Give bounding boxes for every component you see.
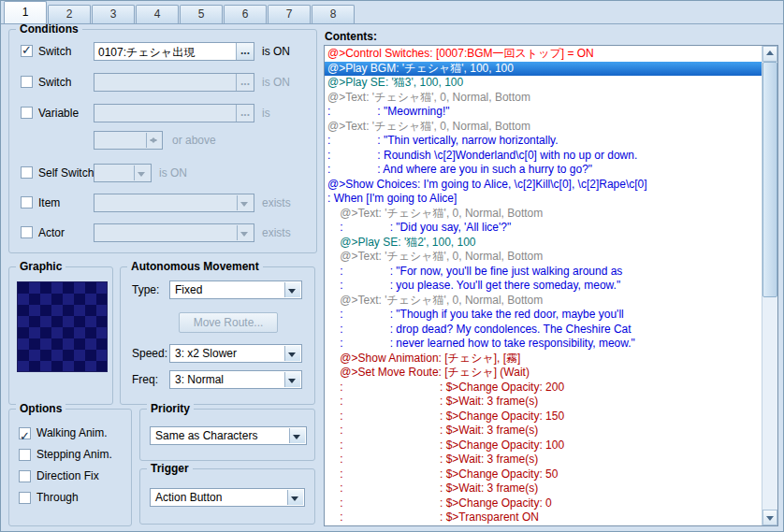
- switch2-field: ...: [94, 73, 254, 92]
- tab-1[interactable]: 1: [4, 1, 47, 23]
- graphic-group: Graphic: [8, 266, 113, 405]
- tab-7[interactable]: 7: [268, 5, 311, 23]
- checkbox-label: Walking Anim.: [36, 426, 108, 439]
- event-command-line[interactable]: @>Show Choices: I'm going to Alice, \c[2…: [325, 178, 762, 193]
- chevron-down-icon[interactable]: [287, 490, 303, 505]
- event-command-line[interactable]: : : drop dead? My condolences. The Chesh…: [325, 323, 762, 338]
- freq-label: Freq:: [132, 373, 158, 386]
- event-command-line[interactable]: : : "Though if you take the red door, ma…: [325, 308, 762, 323]
- event-command-line[interactable]: @>Set Move Route: [チェシャ] (Wait): [325, 366, 762, 381]
- event-command-line[interactable]: : : "Thin vertically, narrow horizontall…: [325, 134, 762, 149]
- scrollbar[interactable]: [762, 46, 777, 525]
- variable-field: ...: [94, 104, 254, 122]
- trigger-group: Trigger Action Button: [139, 468, 315, 525]
- tab-2[interactable]: 2: [48, 5, 91, 23]
- event-command-line[interactable]: @>Text: 'チェシャ猫', 0, Normal, Bottom: [325, 294, 762, 309]
- event-command-line[interactable]: : : "Did you say, 'All lice'?": [325, 221, 762, 236]
- movement-type-value: Fixed: [175, 283, 202, 296]
- option-direction-fix[interactable]: Direction Fix: [19, 466, 127, 487]
- freq-select[interactable]: 3: Normal: [169, 370, 302, 389]
- event-command-line[interactable]: @>Text: 'チェシャ猫', 0, Normal, Bottom: [325, 250, 762, 265]
- variable-checkbox[interactable]: [21, 107, 33, 119]
- event-command-line[interactable]: : : $>Change Opacity: 0: [325, 496, 762, 511]
- speed-value: 3: x2 Slower: [175, 347, 237, 360]
- priority-value: Same as Characters: [155, 429, 257, 442]
- event-command-line[interactable]: : : you please. You'll get there someday…: [325, 279, 762, 294]
- event-command-line[interactable]: @>Play SE: '猫2', 100, 100: [325, 236, 762, 251]
- scroll-up-button[interactable]: [762, 46, 777, 62]
- checkbox-label: Stepping Anim.: [36, 448, 112, 461]
- event-command-line[interactable]: : : $>Change Opacity: 50: [325, 467, 762, 482]
- event-command-line[interactable]: : : Roundish \c[2]Wonderland\c[0] with n…: [325, 149, 762, 164]
- chevron-down-icon[interactable]: [284, 282, 300, 297]
- chevron-down-icon[interactable]: [284, 372, 300, 387]
- movement-type-select[interactable]: Fixed: [169, 280, 302, 299]
- option-stepping-anim[interactable]: Stepping Anim.: [19, 444, 127, 466]
- event-command-line[interactable]: @>Text: 'チェシャ猫', 0, Normal, Bottom: [325, 120, 762, 135]
- contents-label: Contents:: [325, 30, 377, 43]
- actor-checkbox[interactable]: [21, 226, 33, 238]
- or-above-label: or above: [172, 134, 216, 147]
- event-command-line[interactable]: : When [I'm going to Alice]: [325, 192, 762, 207]
- spinner-buttons: [146, 133, 161, 148]
- scroll-down-button[interactable]: [762, 510, 777, 525]
- trigger-select[interactable]: Action Button: [150, 488, 305, 507]
- checkbox[interactable]: [19, 427, 31, 439]
- event-command-line[interactable]: : : $>Change Opacity: 150: [325, 410, 762, 424]
- event-command-line[interactable]: : : $>Wait: 3 frame(s): [325, 482, 762, 496]
- event-command-line[interactable]: : : $>Wait: 3 frame(s): [325, 395, 762, 410]
- event-command-line[interactable]: @>Show Animation: [チェシャ], [霧]: [325, 352, 762, 367]
- event-command-line[interactable]: : : $>Wait: 3 frame(s): [325, 453, 762, 467]
- event-command-line[interactable]: : : And where are you in such a hurry to…: [325, 163, 762, 178]
- switch1-field[interactable]: 0107:チェシャ出現 ...: [94, 42, 254, 61]
- tab-6[interactable]: 6: [224, 5, 267, 23]
- options-group: Options Walking Anim.Stepping Anim.Direc…: [8, 409, 132, 526]
- event-command-line[interactable]: @>Text: 'チェシャ猫', 0, Normal, Bottom: [325, 207, 762, 222]
- checkbox[interactable]: [19, 492, 31, 504]
- priority-select[interactable]: Same as Characters: [150, 426, 307, 445]
- checkbox[interactable]: [19, 449, 31, 461]
- conditions-group: Conditions Switch 0107:チェシャ出現 ... is ON …: [8, 29, 317, 253]
- tab-5[interactable]: 5: [180, 5, 223, 23]
- event-command-line[interactable]: : : $>Transparent ON: [325, 510, 762, 525]
- option-through[interactable]: Through: [19, 487, 127, 509]
- event-command-line[interactable]: @>Text: 'チェシャ猫', 0, Normal, Bottom: [325, 91, 762, 106]
- event-command-line[interactable]: : : "For now, you'll be fine just walkin…: [325, 265, 762, 280]
- self-switch-checkbox[interactable]: [21, 166, 33, 179]
- trigger-title: Trigger: [147, 462, 193, 475]
- event-command-line[interactable]: : : $>Wait: 3 frame(s): [325, 424, 762, 439]
- switch2-checkbox[interactable]: [21, 76, 33, 88]
- speed-label: Speed:: [132, 347, 167, 360]
- option-walking-anim[interactable]: Walking Anim.: [19, 423, 127, 444]
- item-checkbox[interactable]: [21, 196, 33, 208]
- switch2-suffix: is ON: [262, 76, 290, 89]
- event-command-line[interactable]: @>Control Switches: [0007:BGM一回ストップ] = O…: [325, 47, 762, 62]
- conditions-title: Conditions: [16, 22, 82, 36]
- scrollbar-thumb[interactable]: [762, 62, 777, 297]
- tab-4[interactable]: 4: [136, 5, 179, 23]
- event-command-line[interactable]: : : $>Change Opacity: 200: [325, 381, 762, 395]
- checkbox[interactable]: [19, 470, 31, 482]
- tab-8[interactable]: 8: [312, 5, 355, 23]
- actor-label: Actor: [38, 226, 65, 239]
- switch1-checkbox[interactable]: [21, 45, 33, 57]
- tab-strip-divider: [1, 23, 783, 24]
- arrow-down-icon: [766, 516, 774, 521]
- switch1-browse-button[interactable]: ...: [236, 43, 254, 60]
- event-command-list: @>Control Switches: [0007:BGM一回ストップ] = O…: [325, 47, 762, 525]
- event-command-line[interactable]: : : never learned how to take responsibi…: [325, 337, 762, 352]
- priority-title: Priority: [147, 402, 194, 415]
- chevron-down-icon[interactable]: [289, 428, 305, 443]
- switch1-value: 0107:チェシャ出現: [98, 45, 195, 61]
- speed-select[interactable]: 3: x2 Slower: [169, 344, 302, 363]
- switch1-suffix: is ON: [262, 45, 290, 58]
- graphic-preview[interactable]: [17, 281, 108, 372]
- tab-3[interactable]: 3: [92, 5, 135, 23]
- switch2-browse-button: ...: [236, 74, 254, 91]
- event-command-line[interactable]: @>Play SE: '猫3', 100, 100: [325, 76, 762, 91]
- event-command-line[interactable]: : : $>Change Opacity: 100: [325, 439, 762, 453]
- chevron-down-icon[interactable]: [284, 346, 300, 361]
- chevron-down-icon: [237, 195, 253, 210]
- event-command-line[interactable]: : : "Meowrning!": [325, 105, 762, 120]
- event-command-line[interactable]: @>Play BGM: 'チェシャ猫', 100, 100: [325, 62, 762, 77]
